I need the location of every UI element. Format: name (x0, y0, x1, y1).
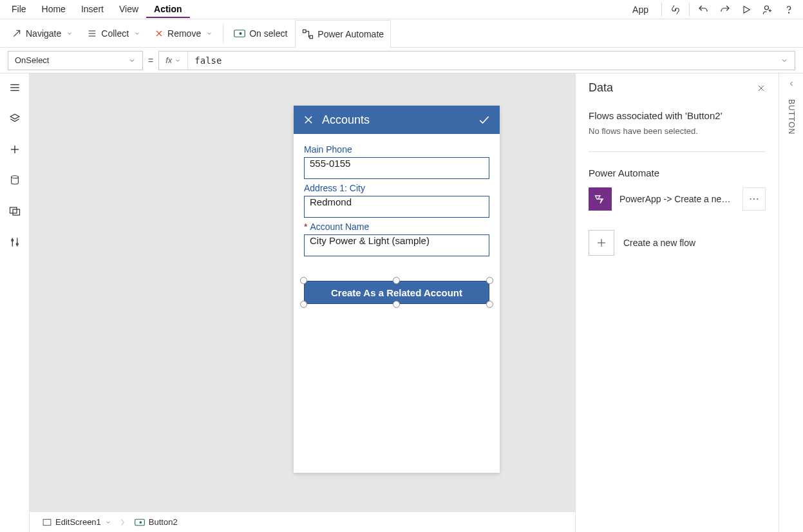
city-label: Address 1: City (304, 183, 489, 193)
associated-flows-title: Flows associated with 'Button2' (589, 110, 766, 121)
resize-handle[interactable] (300, 277, 307, 284)
formula-expand-icon[interactable] (774, 57, 795, 64)
left-tool-rail (0, 73, 30, 532)
svg-rect-19 (10, 207, 17, 213)
close-icon[interactable] (757, 84, 766, 93)
tools-icon[interactable] (8, 236, 21, 249)
flow-more-button[interactable] (742, 187, 766, 211)
navigate-label: Navigate (26, 28, 61, 39)
divider (223, 24, 223, 43)
breadcrumb-control-label: Button2 (149, 517, 178, 527)
menu-insert[interactable]: Insert (73, 1, 111, 18)
divider (589, 151, 766, 152)
media-icon[interactable] (8, 205, 21, 218)
screen-icon (43, 518, 52, 526)
phone-screen: Accounts Main Phone 555-0155 Address 1: … (294, 106, 500, 473)
resize-handle[interactable] (393, 277, 400, 284)
associated-flows-empty: No flows have been selected. (589, 126, 766, 136)
chevron-down-icon (134, 30, 140, 37)
onselect-label: On select (249, 28, 287, 39)
undo-icon[interactable] (692, 1, 714, 18)
svg-marker-0 (744, 6, 750, 13)
svg-rect-20 (13, 209, 20, 215)
remove-icon (155, 29, 164, 38)
collect-label: Collect (101, 28, 129, 39)
resize-handle[interactable] (300, 301, 307, 308)
equals-label: = (148, 55, 153, 66)
button-icon (135, 518, 145, 526)
navigate-button[interactable]: Navigate (5, 26, 79, 41)
svg-point-35 (757, 198, 758, 200)
formula-input[interactable]: false (188, 55, 774, 66)
canvas-area: Accounts Main Phone 555-0155 Address 1: … (30, 73, 575, 532)
svg-marker-15 (10, 114, 19, 119)
chevron-left-icon[interactable] (788, 80, 795, 88)
divider (689, 3, 690, 17)
fx-label[interactable]: fx (159, 52, 188, 70)
insert-icon[interactable] (8, 143, 21, 156)
check-icon[interactable] (478, 113, 491, 126)
share-icon[interactable] (757, 1, 779, 18)
remove-button[interactable]: Remove (148, 26, 219, 41)
flow-icon (302, 28, 314, 40)
resize-handle[interactable] (486, 301, 493, 308)
resize-handle[interactable] (393, 301, 400, 308)
data-icon[interactable] (8, 174, 21, 187)
city-field[interactable]: Redmond (304, 196, 489, 218)
menu-items: File Home Insert View Action (4, 1, 190, 18)
help-icon[interactable] (779, 2, 799, 17)
breadcrumb-control[interactable]: Button2 (129, 512, 183, 532)
onselect-button[interactable]: On select (227, 26, 294, 41)
powerautomate-button[interactable]: Power Automate (295, 20, 391, 48)
menubar: File Home Insert View Action App (0, 0, 803, 19)
menu-view[interactable]: View (111, 1, 146, 18)
onselect-icon (234, 29, 245, 38)
mainphone-label: Main Phone (304, 144, 489, 155)
close-icon[interactable] (303, 114, 314, 126)
svg-rect-11 (310, 35, 313, 39)
menu-action[interactable]: Action (146, 1, 190, 18)
chevron-down-icon (175, 57, 181, 64)
chevron-down-icon (105, 519, 111, 526)
flow-name: PowerApp -> Create a new … (619, 194, 735, 204)
resize-handle[interactable] (486, 277, 493, 284)
svg-point-34 (753, 198, 755, 200)
svg-point-1 (765, 6, 769, 10)
svg-point-18 (11, 176, 18, 178)
flow-row[interactable]: PowerApp -> Create a new … (589, 187, 766, 211)
data-pane-title: Data (589, 81, 613, 95)
breadcrumb: EditScreen1 Button2 (30, 511, 575, 532)
data-pane: Data Flows associated with 'Button2' No … (575, 73, 779, 532)
svg-rect-27 (43, 519, 51, 525)
collect-button[interactable]: Collect (80, 26, 147, 41)
property-selector[interactable]: OnSelect (8, 51, 143, 70)
checker-icon[interactable] (665, 1, 686, 18)
powerautomate-icon (589, 187, 612, 211)
properties-rail-label[interactable]: BUTTON (787, 99, 796, 135)
tree-view-icon[interactable] (8, 81, 21, 94)
svg-point-9 (240, 32, 241, 34)
form-body: Main Phone 555-0155 Address 1: City Redm… (294, 134, 500, 310)
app-dropdown[interactable]: App (622, 2, 659, 17)
svg-marker-32 (596, 196, 603, 204)
menu-home[interactable]: Home (34, 1, 73, 18)
properties-rail: BUTTON (779, 73, 803, 532)
navigate-icon (12, 28, 22, 39)
chevron-down-icon (66, 30, 73, 37)
play-icon[interactable] (736, 2, 757, 17)
chevron-down-icon (128, 57, 136, 64)
svg-point-33 (750, 198, 751, 200)
redo-icon[interactable] (714, 1, 736, 18)
more-icon (749, 198, 759, 200)
layers-icon[interactable] (8, 112, 21, 125)
mainphone-field[interactable]: 555-0155 (304, 157, 489, 179)
menu-file[interactable]: File (4, 1, 34, 18)
breadcrumb-screen[interactable]: EditScreen1 (37, 512, 117, 532)
canvas-scroll[interactable]: Accounts Main Phone 555-0155 Address 1: … (30, 73, 575, 511)
action-ribbon: Navigate Collect Remove On select Power … (0, 19, 803, 48)
svg-point-2 (788, 12, 789, 13)
account-field[interactable]: City Power & Light (sample) (304, 234, 489, 256)
create-flow-button[interactable]: Create a new flow (589, 230, 766, 256)
remove-label: Remove (167, 28, 201, 39)
account-label: *Account Name (304, 222, 489, 232)
